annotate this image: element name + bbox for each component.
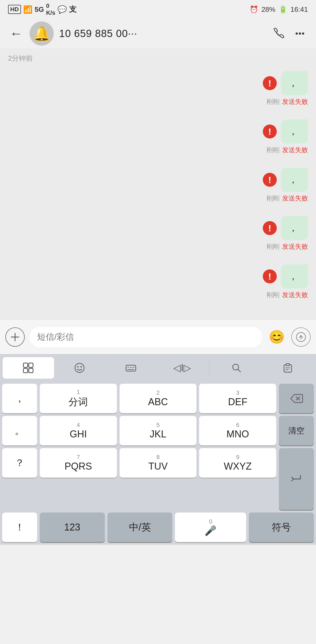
toolbar-emoji-button[interactable] bbox=[54, 357, 105, 379]
meta-fail-5[interactable]: 发送失败 bbox=[282, 291, 308, 299]
toolbar-cursor-button[interactable]: ◁I▷ bbox=[156, 357, 208, 379]
meta-time-2: 刚刚 bbox=[267, 146, 279, 154]
message-row-2: ! ， bbox=[263, 119, 308, 144]
meta-fail-3[interactable]: 发送失败 bbox=[282, 194, 308, 203]
message-area: 2分钟前 ! ， 刚刚 发送失败 ! ， 刚刚 发送失败 ! bbox=[0, 48, 316, 319]
battery-level: 28% bbox=[261, 5, 275, 14]
more-button[interactable] bbox=[292, 25, 308, 42]
error-icon-2[interactable]: ! bbox=[263, 125, 277, 138]
key-123[interactable]: 123 bbox=[40, 513, 105, 542]
message-meta-5: 刚刚 发送失败 bbox=[267, 291, 308, 299]
message-bubble-5[interactable]: ， bbox=[281, 264, 308, 288]
punct-key-period[interactable]: 。 bbox=[2, 416, 37, 445]
call-button[interactable] bbox=[270, 25, 286, 42]
key-symbol[interactable]: 符号 bbox=[249, 513, 314, 542]
keyboard-row-2: 。 4 GHI 5 JKL 6 MNO 清空 bbox=[2, 416, 314, 445]
toolbar-keyboard-button[interactable] bbox=[105, 357, 157, 379]
error-icon-1[interactable]: ! bbox=[263, 76, 277, 90]
contact-avatar: 🔔 bbox=[30, 21, 54, 46]
punct-key-exclaim[interactable]: ！ bbox=[2, 513, 37, 542]
pay-icon: 支 bbox=[69, 4, 77, 14]
hd-badge: HD bbox=[8, 5, 21, 14]
keyboard-row-4: ！ 123 中/英 0 🎤 符号 bbox=[2, 513, 314, 542]
error-icon-3[interactable]: ! bbox=[263, 173, 277, 187]
key-7-pqrs[interactable]: 7 PQRS bbox=[40, 448, 117, 478]
network-type: 5G bbox=[35, 5, 44, 14]
svg-rect-9 bbox=[23, 368, 28, 373]
back-arrow-icon: ← bbox=[10, 27, 23, 40]
message-meta-3: 刚刚 发送失败 bbox=[267, 194, 308, 203]
svg-rect-14 bbox=[126, 365, 136, 371]
mic-icon: 🎤 bbox=[204, 525, 217, 536]
add-attachment-button[interactable] bbox=[5, 327, 25, 347]
key-1-fenci[interactable]: 1 分词 bbox=[40, 384, 117, 413]
meta-time-4: 刚刚 bbox=[267, 242, 279, 251]
chat-header: ← 🔔 10 659 885 00··· bbox=[0, 19, 316, 48]
input-bar: 😊 bbox=[0, 319, 316, 354]
signal-icon: 📶 bbox=[23, 5, 33, 14]
key-5-jkl[interactable]: 5 JKL bbox=[120, 416, 197, 445]
alarm-icon: ⏰ bbox=[250, 5, 258, 14]
send-button[interactable] bbox=[291, 327, 311, 347]
meta-time-1: 刚刚 bbox=[267, 97, 279, 106]
toolbar-grid-button[interactable] bbox=[3, 357, 54, 379]
message-group-2: ! ， 刚刚 发送失败 bbox=[8, 119, 308, 154]
message-bubble-3[interactable]: ， bbox=[281, 168, 308, 192]
svg-line-20 bbox=[238, 369, 240, 372]
svg-rect-10 bbox=[29, 368, 33, 373]
message-group-5: ! ， 刚刚 发送失败 bbox=[8, 264, 308, 299]
message-bubble-4[interactable]: ， bbox=[281, 216, 308, 240]
svg-point-0 bbox=[296, 32, 298, 35]
message-group-1: ! ， 刚刚 发送失败 bbox=[8, 71, 308, 106]
status-right: ⏰ 28% 🔋 16:41 bbox=[250, 5, 308, 14]
svg-rect-22 bbox=[286, 364, 289, 366]
key-2-abc[interactable]: 2 ABC bbox=[120, 384, 197, 413]
key-9-wxyz[interactable]: 9 WXYZ bbox=[199, 448, 276, 478]
message-row-5: ! ， bbox=[263, 264, 308, 288]
error-icon-5[interactable]: ! bbox=[263, 269, 277, 283]
meta-fail-1[interactable]: 发送失败 bbox=[282, 97, 308, 106]
back-button[interactable]: ← bbox=[8, 25, 24, 42]
key-space-0[interactable]: 0 🎤 bbox=[175, 513, 246, 542]
message-row-1: ! ， bbox=[263, 71, 308, 95]
clear-key[interactable]: 清空 bbox=[279, 416, 314, 445]
key-3-def[interactable]: 3 DEF bbox=[199, 384, 276, 413]
avatar-icon: 🔔 bbox=[33, 25, 51, 42]
meta-fail-2[interactable]: 发送失败 bbox=[282, 146, 308, 154]
message-row-3: ! ， bbox=[263, 168, 308, 192]
message-bubble-2[interactable]: ， bbox=[281, 119, 308, 144]
key-4-ghi[interactable]: 4 GHI bbox=[40, 416, 117, 445]
keyboard: ， 1 分词 2 ABC 3 DEF 。 bbox=[0, 381, 316, 545]
meta-fail-4[interactable]: 发送失败 bbox=[282, 242, 308, 251]
message-meta-1: 刚刚 发送失败 bbox=[267, 97, 308, 106]
message-group-3: ! ， 刚刚 发送失败 bbox=[8, 168, 308, 203]
delete-key[interactable] bbox=[279, 384, 314, 413]
enter-key[interactable] bbox=[279, 448, 314, 510]
keyboard-row-3: ？ 7 PQRS 8 TUV 9 WXYZ bbox=[2, 448, 314, 510]
key-6-mno[interactable]: 6 MNO bbox=[199, 416, 276, 445]
cursor-icon: ◁I▷ bbox=[173, 362, 191, 374]
key-zhongying[interactable]: 中/英 bbox=[107, 513, 173, 542]
time-label: 2分钟前 bbox=[8, 54, 308, 63]
keyboard-toolbar: ◁I▷ bbox=[0, 354, 316, 381]
svg-rect-8 bbox=[29, 363, 33, 367]
emoji-button[interactable]: 😊 bbox=[267, 327, 286, 347]
status-left: HD 📶 5G 0K/s 💬 支 bbox=[8, 2, 77, 16]
message-app-icon: 💬 bbox=[58, 5, 67, 14]
punct-key-question[interactable]: ？ bbox=[2, 448, 37, 478]
message-group-4: ! ， 刚刚 发送失败 bbox=[8, 216, 308, 251]
status-bar: HD 📶 5G 0K/s 💬 支 ⏰ 28% 🔋 16:41 bbox=[0, 0, 316, 19]
message-meta-2: 刚刚 发送失败 bbox=[267, 146, 308, 154]
contact-name: 10 659 885 00··· bbox=[59, 28, 265, 39]
punct-key-comma[interactable]: ， bbox=[2, 384, 37, 413]
toolbar-separator bbox=[209, 360, 209, 376]
toolbar-search-button[interactable] bbox=[211, 357, 262, 379]
emoji-icon: 😊 bbox=[269, 330, 285, 345]
error-icon-4[interactable]: ! bbox=[263, 221, 277, 235]
key-8-tuv[interactable]: 8 TUV bbox=[120, 448, 197, 478]
message-meta-4: 刚刚 发送失败 bbox=[267, 242, 308, 251]
svg-point-12 bbox=[77, 366, 79, 367]
message-input[interactable] bbox=[30, 327, 262, 347]
toolbar-clipboard-button[interactable] bbox=[262, 357, 313, 379]
message-bubble-1[interactable]: ， bbox=[281, 71, 308, 95]
